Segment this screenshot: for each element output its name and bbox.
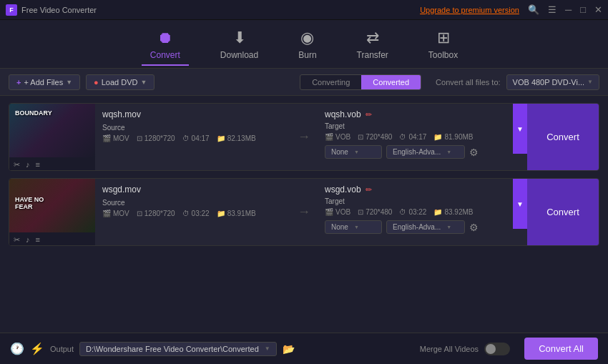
quality-row-1: None English-Adva... ⚙ (325, 145, 506, 159)
source-meta-1: 🎬 MOV ⊡ 1280*720 ⏱ 04:17 📁 82.13MB (102, 134, 283, 142)
folder-open-icon[interactable]: 📂 (283, 343, 295, 355)
close-icon[interactable]: ✕ (594, 4, 602, 15)
thumbnail-2: HAVE NOFEAR ✂ ♪ ≡ (9, 179, 95, 246)
output-label: Output (50, 345, 74, 353)
toolbar-item-convert[interactable]: ⏺ Convert (142, 26, 189, 63)
quality-dropdown-2[interactable]: None (325, 220, 382, 234)
file-info-1: wqsh.mov Source 🎬 MOV ⊡ 1280*720 ⏱ 04:17… (95, 104, 290, 170)
settings-icon-1[interactable]: ⚙ (469, 147, 479, 158)
schedule-icon[interactable]: 🕐 (10, 342, 24, 355)
toolbar-label-download: Download (220, 50, 258, 60)
load-dvd-button[interactable]: ● Load DVD ▼ (86, 74, 155, 90)
settings-icon-2[interactable]: ⚙ (469, 222, 479, 233)
target-format-change-2[interactable]: ▼ (513, 179, 527, 229)
target-resolution-2: ⊡ 720*480 (358, 208, 392, 216)
tab-converted[interactable]: Converted (361, 75, 421, 89)
target-format-change-1[interactable]: ▼ (513, 104, 527, 154)
target-format-icon-2: 🎬 (325, 208, 333, 216)
toolbar-label-convert: Convert (150, 50, 180, 60)
convert-all-button[interactable]: Convert All (524, 338, 598, 360)
target-label-2: Target (325, 197, 506, 205)
app-logo: F (6, 4, 17, 16)
source-duration-1: ⏱ 04:17 (182, 134, 210, 142)
audio-icon-2[interactable]: ♪ (26, 235, 30, 244)
lang-dropdown-2[interactable]: English-Adva... (386, 220, 465, 234)
toolbar-item-toolbox[interactable]: ⊞ Toolbox (420, 26, 466, 63)
target-section-2: wsgd.vob ✏ Target 🎬 VOB ⊡ 720*480 ⏱ 03:2… (318, 179, 513, 245)
format-dropdown-icon: ▼ (587, 79, 593, 85)
toolbar-item-transfer[interactable]: ⇄ Transfer (348, 26, 397, 63)
source-duration-2: ⏱ 03:22 (182, 210, 210, 217)
output-path-selector[interactable]: D:\Wondershare Free Video Converter\Conv… (79, 342, 277, 356)
duration-icon-2: ⏱ (182, 210, 190, 217)
toolbar-item-download[interactable]: ⬇ Download (212, 26, 267, 63)
upgrade-link[interactable]: Upgrade to premium version (420, 6, 519, 14)
target-size-icon-2: 📁 (433, 208, 442, 216)
convert-all-files-label: Convert all files to: (436, 78, 500, 87)
size-icon-1: 📁 (217, 134, 225, 142)
thumb-label-2: HAVE NOFEAR (15, 196, 44, 210)
target-res-icon-1: ⊡ (358, 133, 363, 141)
list-icon-2[interactable]: ≡ (36, 235, 40, 244)
audio-icon-1[interactable]: ♪ (26, 160, 30, 169)
target-name-1: wqsh.vob (325, 109, 361, 119)
app-title: Free Video Converter (21, 6, 97, 14)
format-selector[interactable]: VOB 480P DVD-Vi... ▼ (506, 74, 599, 90)
toolbar-label-burn: Burn (298, 50, 316, 60)
bottombar: 🕐 ⚡ Output D:\Wondershare Free Video Con… (0, 333, 608, 364)
burn-icon: ◉ (300, 29, 314, 47)
convert-button-2[interactable]: Convert (527, 179, 599, 245)
output-path-text: D:\Wondershare Free Video Converter\Conv… (86, 345, 259, 353)
toolbox-icon: ⊞ (437, 29, 450, 47)
target-format-2: 🎬 VOB (325, 208, 350, 216)
main-content: BOUNDARY ✂ ♪ ≡ wqsh.mov Source 🎬 MOV ⊡ 1… (0, 96, 608, 333)
resolution-icon-1: ⊡ (137, 134, 142, 142)
source-filename-1: wqsh.mov (102, 109, 283, 119)
target-dur-icon-1: ⏱ (399, 133, 406, 141)
source-filename-2: wsgd.mov (102, 185, 283, 195)
transfer-icon: ⇄ (366, 29, 379, 47)
resolution-icon-2: ⊡ (137, 210, 142, 217)
speed-icon[interactable]: ⚡ (30, 342, 44, 355)
target-duration-2: ⏱ 03:22 (399, 208, 426, 216)
edit-icon-2[interactable]: ✏ (366, 185, 372, 195)
source-resolution-2: ⊡ 1280*720 (137, 210, 175, 217)
main-toolbar: ⏺ Convert ⬇ Download ◉ Burn ⇄ Transfer ⊞… (0, 20, 608, 69)
add-files-button[interactable]: + + Add Files ▼ (9, 74, 80, 90)
toolbar-label-toolbox: Toolbox (428, 50, 458, 60)
source-label-2: Source (102, 199, 283, 207)
trim-icon-1[interactable]: ✂ (14, 160, 20, 169)
convert-button-1[interactable]: Convert (527, 104, 599, 170)
toolbar-label-transfer: Transfer (357, 50, 388, 60)
merge-toggle[interactable] (484, 343, 510, 355)
edit-icon-1[interactable]: ✏ (366, 110, 372, 119)
minimize-icon[interactable]: ─ (565, 4, 572, 15)
titlebar-right: Upgrade to premium version 🔍 ☰ ─ □ ✕ (420, 4, 602, 15)
load-dvd-dropdown-icon: ▼ (141, 79, 147, 86)
maximize-icon[interactable]: □ (580, 4, 586, 15)
target-resolution-1: ⊡ 720*480 (358, 133, 392, 141)
tab-converting[interactable]: Converting (300, 75, 361, 89)
tab-group: Converting Converted (300, 74, 421, 90)
toolbar-item-burn[interactable]: ◉ Burn (290, 26, 325, 63)
source-format-1: 🎬 MOV (102, 134, 129, 142)
list-icon-1[interactable]: ≡ (36, 160, 40, 169)
source-label-1: Source (102, 124, 283, 132)
target-meta-1: 🎬 VOB ⊡ 720*480 ⏱ 04:17 📁 81.90MB (325, 133, 506, 141)
target-section-1: wqsh.vob ✏ Target 🎬 VOB ⊡ 720*480 ⏱ 04:1… (318, 104, 513, 170)
target-size-icon-1: 📁 (433, 133, 442, 141)
dvd-icon: ● (94, 78, 99, 87)
titlebar-left: F Free Video Converter (6, 4, 97, 16)
lang-dropdown-1[interactable]: English-Adva... (386, 145, 465, 159)
size-icon-2: 📁 (217, 210, 225, 217)
source-resolution-1: ⊡ 1280*720 (137, 134, 175, 142)
quality-dropdown-1[interactable]: None (325, 145, 382, 159)
source-format-2: 🎬 MOV (102, 210, 129, 217)
menu-icon[interactable]: ☰ (548, 4, 556, 15)
trim-icon-2[interactable]: ✂ (14, 235, 20, 245)
search-icon[interactable]: 🔍 (528, 4, 539, 15)
merge-all-label: Merge All Videos (420, 345, 479, 353)
target-meta-2: 🎬 VOB ⊡ 720*480 ⏱ 03:22 📁 83.92MB (325, 208, 506, 216)
format-icon-1: 🎬 (102, 134, 111, 142)
format-value: VOB 480P DVD-Vi... (513, 78, 584, 87)
